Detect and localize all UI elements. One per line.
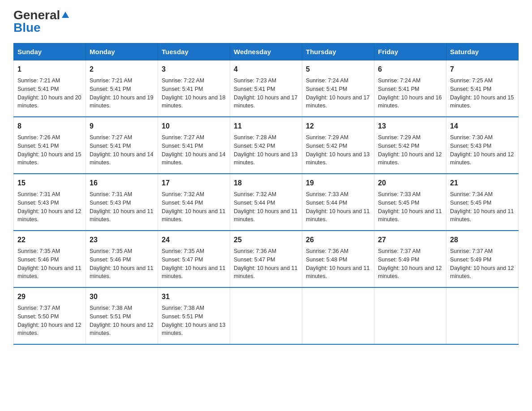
header-monday: Monday xyxy=(86,43,158,60)
header-saturday: Saturday xyxy=(446,43,519,60)
day-info: Sunrise: 7:28 AMSunset: 5:42 PMDaylight:… xyxy=(234,134,297,166)
calendar-week-row: 29 Sunrise: 7:37 AMSunset: 5:50 PMDaylig… xyxy=(14,287,519,344)
day-number: 14 xyxy=(450,121,515,132)
logo-blue-text: Blue xyxy=(13,21,41,34)
day-number: 6 xyxy=(378,64,442,75)
day-info: Sunrise: 7:32 AMSunset: 5:44 PMDaylight:… xyxy=(162,191,225,223)
calendar-day-cell: 9 Sunrise: 7:27 AMSunset: 5:41 PMDayligh… xyxy=(86,117,158,174)
day-number: 25 xyxy=(234,235,298,245)
day-number: 29 xyxy=(17,291,82,302)
day-info: Sunrise: 7:24 AMSunset: 5:41 PMDaylight:… xyxy=(306,77,369,109)
calendar-day-cell: 19 Sunrise: 7:33 AMSunset: 5:44 PMDaylig… xyxy=(302,174,374,231)
day-number: 30 xyxy=(90,291,154,302)
day-info: Sunrise: 7:37 AMSunset: 5:49 PMDaylight:… xyxy=(378,248,442,279)
day-info: Sunrise: 7:38 AMSunset: 5:51 PMDaylight:… xyxy=(90,305,153,336)
day-number: 7 xyxy=(450,64,515,75)
day-info: Sunrise: 7:25 AMSunset: 5:41 PMDaylight:… xyxy=(450,77,514,109)
calendar-day-cell xyxy=(446,287,519,344)
calendar-day-cell: 4 Sunrise: 7:23 AMSunset: 5:41 PMDayligh… xyxy=(230,60,302,117)
day-info: Sunrise: 7:29 AMSunset: 5:42 PMDaylight:… xyxy=(306,134,369,166)
day-number: 24 xyxy=(162,235,226,245)
calendar-header-row: SundayMondayTuesdayWednesdayThursdayFrid… xyxy=(14,43,519,60)
day-number: 11 xyxy=(234,121,298,132)
day-info: Sunrise: 7:21 AMSunset: 5:41 PMDaylight:… xyxy=(90,77,153,109)
day-number: 31 xyxy=(162,291,226,302)
calendar-day-cell: 11 Sunrise: 7:28 AMSunset: 5:42 PMDaylig… xyxy=(230,117,302,174)
calendar-day-cell: 15 Sunrise: 7:31 AMSunset: 5:43 PMDaylig… xyxy=(14,174,86,231)
day-number: 8 xyxy=(17,121,82,132)
day-info: Sunrise: 7:30 AMSunset: 5:43 PMDaylight:… xyxy=(450,134,514,166)
day-number: 17 xyxy=(162,178,226,188)
day-info: Sunrise: 7:27 AMSunset: 5:41 PMDaylight:… xyxy=(90,134,153,166)
header-friday: Friday xyxy=(374,43,446,60)
day-info: Sunrise: 7:31 AMSunset: 5:43 PMDaylight:… xyxy=(17,191,81,223)
calendar-day-cell: 6 Sunrise: 7:24 AMSunset: 5:41 PMDayligh… xyxy=(374,60,446,117)
logo-general-text: General xyxy=(13,9,60,21)
day-info: Sunrise: 7:33 AMSunset: 5:44 PMDaylight:… xyxy=(306,191,369,223)
day-number: 2 xyxy=(90,64,154,75)
calendar-day-cell: 27 Sunrise: 7:37 AMSunset: 5:49 PMDaylig… xyxy=(374,231,446,287)
day-number: 27 xyxy=(378,235,442,245)
calendar-day-cell: 7 Sunrise: 7:25 AMSunset: 5:41 PMDayligh… xyxy=(446,60,519,117)
day-number: 12 xyxy=(306,121,370,132)
header-tuesday: Tuesday xyxy=(158,43,230,60)
calendar-day-cell: 1 Sunrise: 7:21 AMSunset: 5:41 PMDayligh… xyxy=(14,60,86,117)
calendar-day-cell: 21 Sunrise: 7:34 AMSunset: 5:45 PMDaylig… xyxy=(446,174,519,231)
calendar-day-cell xyxy=(302,287,374,344)
header-wednesday: Wednesday xyxy=(230,43,302,60)
day-number: 15 xyxy=(17,178,82,188)
calendar-day-cell: 13 Sunrise: 7:29 AMSunset: 5:42 PMDaylig… xyxy=(374,117,446,174)
calendar-day-cell: 5 Sunrise: 7:24 AMSunset: 5:41 PMDayligh… xyxy=(302,60,374,117)
calendar-week-row: 1 Sunrise: 7:21 AMSunset: 5:41 PMDayligh… xyxy=(14,60,519,117)
calendar-day-cell: 29 Sunrise: 7:37 AMSunset: 5:50 PMDaylig… xyxy=(14,287,86,344)
calendar-day-cell: 22 Sunrise: 7:35 AMSunset: 5:46 PMDaylig… xyxy=(14,231,86,287)
day-number: 28 xyxy=(450,235,515,245)
calendar-day-cell: 2 Sunrise: 7:21 AMSunset: 5:41 PMDayligh… xyxy=(86,60,158,117)
day-number: 22 xyxy=(17,235,82,245)
day-info: Sunrise: 7:35 AMSunset: 5:46 PMDaylight:… xyxy=(17,248,81,279)
calendar-table: SundayMondayTuesdayWednesdayThursdayFrid… xyxy=(13,43,519,345)
day-number: 16 xyxy=(90,178,154,188)
day-info: Sunrise: 7:34 AMSunset: 5:45 PMDaylight:… xyxy=(450,191,514,223)
day-number: 4 xyxy=(234,64,298,75)
day-number: 3 xyxy=(162,64,226,75)
day-number: 23 xyxy=(90,235,154,245)
day-info: Sunrise: 7:26 AMSunset: 5:41 PMDaylight:… xyxy=(17,134,81,166)
day-number: 21 xyxy=(450,178,515,188)
day-info: Sunrise: 7:35 AMSunset: 5:47 PMDaylight:… xyxy=(162,248,225,279)
calendar-day-cell: 25 Sunrise: 7:36 AMSunset: 5:47 PMDaylig… xyxy=(230,231,302,287)
calendar-week-row: 15 Sunrise: 7:31 AMSunset: 5:43 PMDaylig… xyxy=(14,174,519,231)
calendar-day-cell: 10 Sunrise: 7:27 AMSunset: 5:41 PMDaylig… xyxy=(158,117,230,174)
day-number: 26 xyxy=(306,235,370,245)
day-number: 13 xyxy=(378,121,442,132)
day-info: Sunrise: 7:36 AMSunset: 5:48 PMDaylight:… xyxy=(306,248,369,279)
day-info: Sunrise: 7:21 AMSunset: 5:41 PMDaylight:… xyxy=(17,77,81,109)
header-sunday: Sunday xyxy=(14,43,86,60)
day-info: Sunrise: 7:36 AMSunset: 5:47 PMDaylight:… xyxy=(234,248,297,279)
calendar-day-cell: 26 Sunrise: 7:36 AMSunset: 5:48 PMDaylig… xyxy=(302,231,374,287)
day-number: 20 xyxy=(378,178,442,188)
calendar-day-cell: 17 Sunrise: 7:32 AMSunset: 5:44 PMDaylig… xyxy=(158,174,230,231)
calendar-week-row: 8 Sunrise: 7:26 AMSunset: 5:41 PMDayligh… xyxy=(14,117,519,174)
calendar-day-cell xyxy=(374,287,446,344)
day-info: Sunrise: 7:31 AMSunset: 5:43 PMDaylight:… xyxy=(90,191,153,223)
calendar-week-row: 22 Sunrise: 7:35 AMSunset: 5:46 PMDaylig… xyxy=(14,231,519,287)
day-info: Sunrise: 7:35 AMSunset: 5:46 PMDaylight:… xyxy=(90,248,153,279)
day-number: 19 xyxy=(306,178,370,188)
logo-triangle-icon xyxy=(61,11,69,20)
calendar-day-cell: 28 Sunrise: 7:37 AMSunset: 5:49 PMDaylig… xyxy=(446,231,519,287)
svg-marker-0 xyxy=(62,12,69,18)
calendar-day-cell: 16 Sunrise: 7:31 AMSunset: 5:43 PMDaylig… xyxy=(86,174,158,231)
calendar-day-cell: 23 Sunrise: 7:35 AMSunset: 5:46 PMDaylig… xyxy=(86,231,158,287)
day-number: 9 xyxy=(90,121,154,132)
calendar-day-cell xyxy=(230,287,302,344)
calendar-day-cell: 31 Sunrise: 7:38 AMSunset: 5:51 PMDaylig… xyxy=(158,287,230,344)
calendar-day-cell: 30 Sunrise: 7:38 AMSunset: 5:51 PMDaylig… xyxy=(86,287,158,344)
day-info: Sunrise: 7:29 AMSunset: 5:42 PMDaylight:… xyxy=(378,134,442,166)
calendar-day-cell: 24 Sunrise: 7:35 AMSunset: 5:47 PMDaylig… xyxy=(158,231,230,287)
day-info: Sunrise: 7:24 AMSunset: 5:41 PMDaylight:… xyxy=(378,77,442,109)
day-info: Sunrise: 7:32 AMSunset: 5:44 PMDaylight:… xyxy=(234,191,297,223)
calendar-day-cell: 8 Sunrise: 7:26 AMSunset: 5:41 PMDayligh… xyxy=(14,117,86,174)
day-info: Sunrise: 7:37 AMSunset: 5:50 PMDaylight:… xyxy=(17,305,81,336)
calendar-day-cell: 12 Sunrise: 7:29 AMSunset: 5:42 PMDaylig… xyxy=(302,117,374,174)
